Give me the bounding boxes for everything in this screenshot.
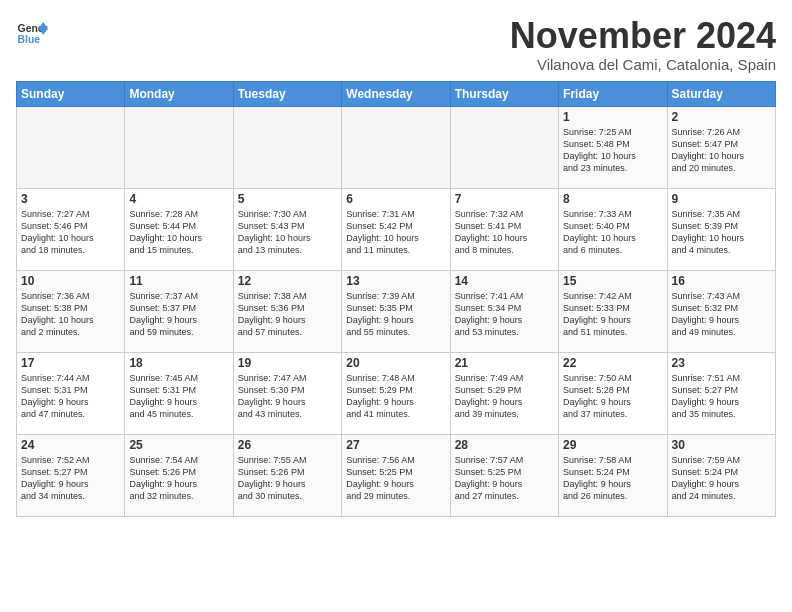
table-row: 20Sunrise: 7:48 AMSunset: 5:29 PMDayligh… xyxy=(342,352,450,434)
day-number: 24 xyxy=(21,438,120,452)
day-info: Sunrise: 7:35 AMSunset: 5:39 PMDaylight:… xyxy=(672,208,771,257)
col-saturday: Saturday xyxy=(667,81,775,106)
calendar-week-5: 24Sunrise: 7:52 AMSunset: 5:27 PMDayligh… xyxy=(17,434,776,516)
col-sunday: Sunday xyxy=(17,81,125,106)
day-info: Sunrise: 7:47 AMSunset: 5:30 PMDaylight:… xyxy=(238,372,337,421)
day-info: Sunrise: 7:52 AMSunset: 5:27 PMDaylight:… xyxy=(21,454,120,503)
logo-icon: General Blue xyxy=(16,20,48,48)
table-row: 24Sunrise: 7:52 AMSunset: 5:27 PMDayligh… xyxy=(17,434,125,516)
day-number: 5 xyxy=(238,192,337,206)
day-info: Sunrise: 7:59 AMSunset: 5:24 PMDaylight:… xyxy=(672,454,771,503)
day-number: 11 xyxy=(129,274,228,288)
table-row: 8Sunrise: 7:33 AMSunset: 5:40 PMDaylight… xyxy=(559,188,667,270)
day-info: Sunrise: 7:32 AMSunset: 5:41 PMDaylight:… xyxy=(455,208,554,257)
day-info: Sunrise: 7:44 AMSunset: 5:31 PMDaylight:… xyxy=(21,372,120,421)
table-row: 29Sunrise: 7:58 AMSunset: 5:24 PMDayligh… xyxy=(559,434,667,516)
day-info: Sunrise: 7:56 AMSunset: 5:25 PMDaylight:… xyxy=(346,454,445,503)
day-info: Sunrise: 7:50 AMSunset: 5:28 PMDaylight:… xyxy=(563,372,662,421)
day-number: 4 xyxy=(129,192,228,206)
logo: General Blue xyxy=(16,20,48,48)
day-number: 7 xyxy=(455,192,554,206)
title-block: November 2024 Vilanova del Cami, Catalon… xyxy=(510,16,776,73)
day-info: Sunrise: 7:57 AMSunset: 5:25 PMDaylight:… xyxy=(455,454,554,503)
day-number: 3 xyxy=(21,192,120,206)
calendar-week-2: 3Sunrise: 7:27 AMSunset: 5:46 PMDaylight… xyxy=(17,188,776,270)
col-friday: Friday xyxy=(559,81,667,106)
day-number: 20 xyxy=(346,356,445,370)
table-row: 27Sunrise: 7:56 AMSunset: 5:25 PMDayligh… xyxy=(342,434,450,516)
table-row: 12Sunrise: 7:38 AMSunset: 5:36 PMDayligh… xyxy=(233,270,341,352)
table-row: 16Sunrise: 7:43 AMSunset: 5:32 PMDayligh… xyxy=(667,270,775,352)
day-info: Sunrise: 7:39 AMSunset: 5:35 PMDaylight:… xyxy=(346,290,445,339)
table-row: 5Sunrise: 7:30 AMSunset: 5:43 PMDaylight… xyxy=(233,188,341,270)
day-number: 1 xyxy=(563,110,662,124)
day-info: Sunrise: 7:37 AMSunset: 5:37 PMDaylight:… xyxy=(129,290,228,339)
day-number: 28 xyxy=(455,438,554,452)
day-info: Sunrise: 7:49 AMSunset: 5:29 PMDaylight:… xyxy=(455,372,554,421)
day-info: Sunrise: 7:27 AMSunset: 5:46 PMDaylight:… xyxy=(21,208,120,257)
table-row: 22Sunrise: 7:50 AMSunset: 5:28 PMDayligh… xyxy=(559,352,667,434)
table-row xyxy=(17,106,125,188)
table-row: 19Sunrise: 7:47 AMSunset: 5:30 PMDayligh… xyxy=(233,352,341,434)
day-number: 18 xyxy=(129,356,228,370)
day-number: 25 xyxy=(129,438,228,452)
table-row: 17Sunrise: 7:44 AMSunset: 5:31 PMDayligh… xyxy=(17,352,125,434)
day-info: Sunrise: 7:38 AMSunset: 5:36 PMDaylight:… xyxy=(238,290,337,339)
table-row: 2Sunrise: 7:26 AMSunset: 5:47 PMDaylight… xyxy=(667,106,775,188)
day-number: 6 xyxy=(346,192,445,206)
day-info: Sunrise: 7:30 AMSunset: 5:43 PMDaylight:… xyxy=(238,208,337,257)
day-number: 9 xyxy=(672,192,771,206)
table-row: 9Sunrise: 7:35 AMSunset: 5:39 PMDaylight… xyxy=(667,188,775,270)
table-row: 23Sunrise: 7:51 AMSunset: 5:27 PMDayligh… xyxy=(667,352,775,434)
day-info: Sunrise: 7:48 AMSunset: 5:29 PMDaylight:… xyxy=(346,372,445,421)
calendar-week-1: 1Sunrise: 7:25 AMSunset: 5:48 PMDaylight… xyxy=(17,106,776,188)
day-info: Sunrise: 7:55 AMSunset: 5:26 PMDaylight:… xyxy=(238,454,337,503)
day-number: 21 xyxy=(455,356,554,370)
day-number: 22 xyxy=(563,356,662,370)
day-info: Sunrise: 7:33 AMSunset: 5:40 PMDaylight:… xyxy=(563,208,662,257)
table-row: 6Sunrise: 7:31 AMSunset: 5:42 PMDaylight… xyxy=(342,188,450,270)
table-row: 4Sunrise: 7:28 AMSunset: 5:44 PMDaylight… xyxy=(125,188,233,270)
day-info: Sunrise: 7:31 AMSunset: 5:42 PMDaylight:… xyxy=(346,208,445,257)
table-row: 13Sunrise: 7:39 AMSunset: 5:35 PMDayligh… xyxy=(342,270,450,352)
day-number: 15 xyxy=(563,274,662,288)
table-row: 14Sunrise: 7:41 AMSunset: 5:34 PMDayligh… xyxy=(450,270,558,352)
table-row xyxy=(125,106,233,188)
table-row: 1Sunrise: 7:25 AMSunset: 5:48 PMDaylight… xyxy=(559,106,667,188)
table-row: 3Sunrise: 7:27 AMSunset: 5:46 PMDaylight… xyxy=(17,188,125,270)
table-row: 18Sunrise: 7:45 AMSunset: 5:31 PMDayligh… xyxy=(125,352,233,434)
table-row: 10Sunrise: 7:36 AMSunset: 5:38 PMDayligh… xyxy=(17,270,125,352)
day-number: 10 xyxy=(21,274,120,288)
day-info: Sunrise: 7:43 AMSunset: 5:32 PMDaylight:… xyxy=(672,290,771,339)
table-row: 25Sunrise: 7:54 AMSunset: 5:26 PMDayligh… xyxy=(125,434,233,516)
day-number: 17 xyxy=(21,356,120,370)
day-info: Sunrise: 7:28 AMSunset: 5:44 PMDaylight:… xyxy=(129,208,228,257)
month-title: November 2024 xyxy=(510,16,776,56)
day-info: Sunrise: 7:26 AMSunset: 5:47 PMDaylight:… xyxy=(672,126,771,175)
table-row: 21Sunrise: 7:49 AMSunset: 5:29 PMDayligh… xyxy=(450,352,558,434)
calendar-week-4: 17Sunrise: 7:44 AMSunset: 5:31 PMDayligh… xyxy=(17,352,776,434)
calendar: Sunday Monday Tuesday Wednesday Thursday… xyxy=(16,81,776,517)
day-number: 14 xyxy=(455,274,554,288)
day-number: 8 xyxy=(563,192,662,206)
table-row: 11Sunrise: 7:37 AMSunset: 5:37 PMDayligh… xyxy=(125,270,233,352)
day-number: 2 xyxy=(672,110,771,124)
table-row: 30Sunrise: 7:59 AMSunset: 5:24 PMDayligh… xyxy=(667,434,775,516)
day-number: 23 xyxy=(672,356,771,370)
col-tuesday: Tuesday xyxy=(233,81,341,106)
calendar-week-3: 10Sunrise: 7:36 AMSunset: 5:38 PMDayligh… xyxy=(17,270,776,352)
day-number: 30 xyxy=(672,438,771,452)
col-thursday: Thursday xyxy=(450,81,558,106)
day-info: Sunrise: 7:42 AMSunset: 5:33 PMDaylight:… xyxy=(563,290,662,339)
day-info: Sunrise: 7:45 AMSunset: 5:31 PMDaylight:… xyxy=(129,372,228,421)
subtitle: Vilanova del Cami, Catalonia, Spain xyxy=(510,56,776,73)
day-info: Sunrise: 7:58 AMSunset: 5:24 PMDaylight:… xyxy=(563,454,662,503)
day-number: 19 xyxy=(238,356,337,370)
day-number: 26 xyxy=(238,438,337,452)
calendar-header-row: Sunday Monday Tuesday Wednesday Thursday… xyxy=(17,81,776,106)
svg-text:Blue: Blue xyxy=(18,34,41,45)
day-info: Sunrise: 7:36 AMSunset: 5:38 PMDaylight:… xyxy=(21,290,120,339)
day-info: Sunrise: 7:41 AMSunset: 5:34 PMDaylight:… xyxy=(455,290,554,339)
day-number: 27 xyxy=(346,438,445,452)
col-monday: Monday xyxy=(125,81,233,106)
